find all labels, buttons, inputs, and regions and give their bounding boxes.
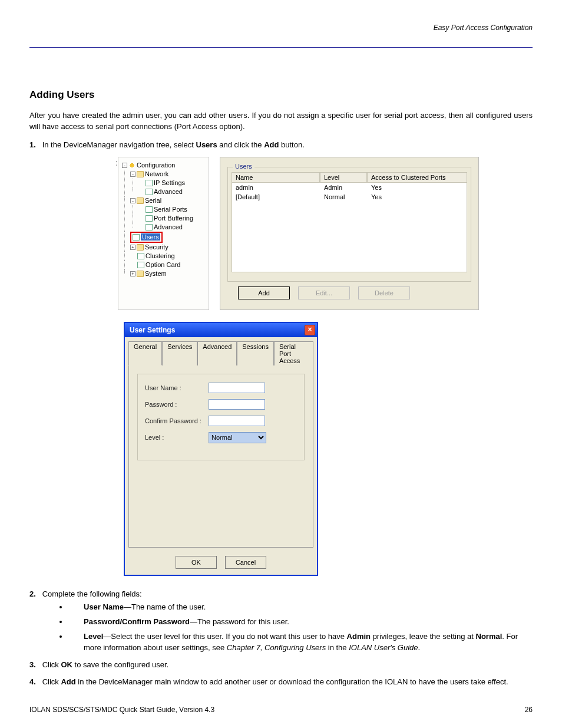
page-icon: [146, 180, 153, 186]
tree-advanced-1[interactable]: Advanced: [138, 187, 206, 196]
close-icon[interactable]: ×: [305, 325, 315, 335]
username-field[interactable]: [209, 383, 265, 393]
col-level[interactable]: Level: [320, 172, 367, 183]
password-label: Password :: [145, 401, 209, 408]
navigation-tree-panel: -Configuration -Network IP Settings Adva…: [118, 157, 209, 310]
footer-guide: IOLAN SDS/SCS/STS/MDC Quick Start Guide,…: [29, 706, 214, 714]
level-select[interactable]: Normal: [209, 432, 266, 443]
header-rule: [29, 47, 533, 48]
tab-sessions[interactable]: Sessions: [237, 341, 274, 365]
table-row: admin Admin Yes: [232, 183, 467, 192]
screenshot-row-1: -Configuration -Network IP Settings Adva…: [118, 157, 533, 310]
tree-system[interactable]: +System: [130, 269, 206, 278]
list-header: Name Level Access to Clustered Ports: [232, 172, 467, 183]
dialog-title: User Settings: [130, 326, 175, 334]
running-header: Easy Port Access Configuration: [29, 24, 533, 32]
group-label: Users: [233, 163, 254, 170]
bullet-password: Password/Confirm Password—The password f…: [68, 617, 533, 628]
tab-strip: General Services Advanced Sessions Seria…: [125, 337, 317, 365]
ok-button[interactable]: OK: [176, 556, 217, 569]
dialog-titlebar[interactable]: User Settings ×: [125, 323, 317, 337]
folder-icon: [137, 244, 144, 251]
delete-button: Delete: [358, 286, 410, 299]
collapse-icon[interactable]: -: [130, 198, 135, 203]
step-number: 1.: [29, 140, 40, 151]
folder-icon: [137, 171, 144, 177]
user-settings-dialog: User Settings × General Services Advance…: [124, 322, 318, 576]
page-footer: IOLAN SDS/SCS/STS/MDC Quick Start Guide,…: [29, 706, 533, 714]
tab-general[interactable]: General: [128, 341, 162, 365]
collapse-icon[interactable]: -: [130, 172, 135, 177]
page-icon: [146, 189, 153, 195]
tree-option-card[interactable]: Option Card: [130, 261, 206, 269]
page-icon: [146, 224, 153, 230]
add-button[interactable]: Add: [238, 286, 290, 299]
password-field[interactable]: [209, 399, 265, 410]
step-4: 4. Click Add in the DeviceManager main w…: [29, 677, 533, 688]
tree-advanced-2[interactable]: Advanced: [138, 223, 206, 232]
page-icon: [133, 234, 140, 241]
page-icon: [137, 253, 144, 259]
table-row: [Default] Normal Yes: [232, 192, 467, 202]
step-3: 3. Click OK to save the configured user.: [29, 660, 533, 671]
expand-icon[interactable]: +: [130, 271, 135, 276]
gear-icon: [128, 162, 135, 169]
confirm-password-label: Confirm Password :: [145, 417, 209, 424]
section-title: Adding Users: [29, 89, 533, 101]
footer-page-number: 26: [525, 706, 533, 714]
tree-serial[interactable]: -Serial Serial Ports Port Buffering Adva…: [130, 196, 206, 232]
step-1: 1. In the DeviceManager navigation tree,…: [29, 140, 533, 151]
users-list-panel: Users Name Level Access to Clustered Por…: [220, 157, 479, 310]
tree-network[interactable]: -Network IP Settings Advanced: [130, 170, 206, 196]
intro-paragraph: After you have created the admin user, y…: [29, 110, 533, 133]
users-group-frame: Users Name Level Access to Clustered Por…: [227, 167, 471, 282]
list-body[interactable]: admin Admin Yes [Default] Normal Yes: [232, 183, 467, 272]
page-icon: [146, 206, 153, 213]
edit-button: Edit...: [298, 286, 350, 299]
step-2: 2. Complete the following fields: User N…: [29, 589, 533, 654]
username-label: User Name :: [145, 384, 209, 391]
tree-users[interactable]: Users: [130, 232, 206, 243]
col-access[interactable]: Access to Clustered Ports: [367, 172, 467, 183]
tree-serial-ports[interactable]: Serial Ports: [138, 205, 206, 214]
confirm-password-field[interactable]: [209, 416, 265, 426]
page-icon: [146, 215, 153, 222]
collapse-icon[interactable]: -: [122, 163, 127, 168]
level-label: Level :: [145, 434, 209, 441]
col-name[interactable]: Name: [232, 172, 320, 183]
tree-root[interactable]: -Configuration -Network IP Settings Adva…: [122, 161, 206, 278]
page-icon: [137, 262, 144, 268]
tab-page-general: User Name : Password : Confirm Password …: [128, 365, 313, 548]
cancel-button[interactable]: Cancel: [225, 556, 266, 569]
tab-services[interactable]: Services: [162, 341, 197, 365]
step-number: 3.: [29, 660, 40, 671]
folder-icon: [137, 271, 144, 277]
tree-security[interactable]: +Security: [130, 243, 206, 252]
bullet-username: User Name—The name of the user.: [68, 602, 533, 613]
tab-advanced[interactable]: Advanced: [197, 341, 237, 365]
step-number: 2.: [29, 589, 40, 600]
bullet-level: Level—Select the user level for this use…: [68, 631, 533, 654]
expand-icon[interactable]: +: [130, 245, 135, 250]
step-number: 4.: [29, 677, 40, 688]
tree-ip-settings[interactable]: IP Settings: [138, 179, 206, 187]
tree-clustering[interactable]: Clustering: [130, 252, 206, 261]
folder-icon: [137, 197, 144, 204]
tab-serial-port-access[interactable]: Serial Port Access: [274, 341, 313, 365]
tree-port-buffering[interactable]: Port Buffering: [138, 214, 206, 223]
